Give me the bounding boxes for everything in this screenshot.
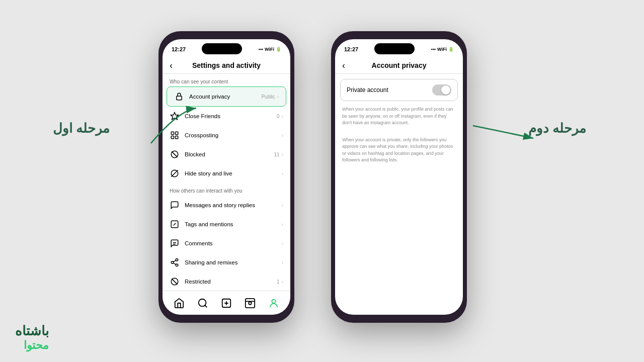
menu-item-hide-story[interactable]: Hide story and live › xyxy=(163,164,290,183)
status-icons-2: ▪▪▪ WiFi 🔋 xyxy=(431,47,454,52)
block-icon xyxy=(170,149,180,159)
message-icon xyxy=(170,200,180,210)
battery-icon-2: 🔋 xyxy=(448,47,454,52)
chevron-icon-3: › xyxy=(282,133,283,138)
svg-rect-2 xyxy=(171,132,174,134)
svg-line-17 xyxy=(173,260,176,262)
menu-item-close-friends[interactable]: Close Friends 0 › xyxy=(163,107,290,126)
chevron-icon: › xyxy=(277,94,279,100)
toggle-label: Private account xyxy=(347,86,388,94)
comments-label: Comments xyxy=(185,240,282,246)
menu-item-tags[interactable]: Tags and mentions › xyxy=(163,215,290,234)
svg-line-16 xyxy=(173,263,176,264)
comment-icon xyxy=(170,238,180,248)
crossposting-label: Crossposting xyxy=(185,132,282,138)
account-privacy-label: Account privacy xyxy=(189,94,261,100)
tag-icon xyxy=(170,219,180,229)
hide-icon xyxy=(170,168,180,178)
chevron-icon-8: › xyxy=(282,241,283,246)
private-toggle[interactable] xyxy=(432,84,451,96)
menu-item-blocked[interactable]: Blocked 11 › xyxy=(163,145,290,164)
hide-story-right: › xyxy=(282,171,283,176)
arrows-overlay xyxy=(0,0,644,362)
nav-search[interactable] xyxy=(196,296,210,310)
app-header-1: ‹ Settings and activity xyxy=(163,57,290,74)
phone-2: 12:27 ▪▪▪ WiFi 🔋 ‹ Account privacy Priva… xyxy=(331,31,467,323)
nav-home[interactable] xyxy=(172,296,186,310)
account-privacy-right: Public › xyxy=(261,94,279,100)
phone-1-screen: 12:27 ▪▪▪ WiFi 🔋 ‹ Settings and activity… xyxy=(163,39,290,315)
crossposting-right: › xyxy=(282,133,283,138)
menu-item-account-privacy[interactable]: Account privacy Public › xyxy=(167,86,286,107)
toggle-knob xyxy=(441,85,450,95)
blocked-right: 11 › xyxy=(274,152,283,157)
time-2: 12:27 xyxy=(344,46,358,52)
close-friends-count: 0 xyxy=(277,114,280,119)
section-label-1: Who can see your content xyxy=(163,74,290,86)
close-friends-label: Close Friends xyxy=(185,113,277,119)
account-privacy-value: Public xyxy=(261,94,275,100)
step1-label: مرحله اول xyxy=(53,121,110,136)
menu-item-restricted[interactable]: Restricted 1 › xyxy=(163,272,290,291)
nav-reels[interactable] xyxy=(243,296,257,310)
svg-rect-4 xyxy=(171,136,174,139)
tags-right: › xyxy=(282,222,283,227)
blocked-label: Blocked xyxy=(185,151,274,157)
chevron-icon-10: › xyxy=(282,279,283,285)
menu-item-messages[interactable]: Messages and story replies › xyxy=(163,196,290,215)
chevron-icon-2: › xyxy=(282,114,283,119)
chevron-icon-9: › xyxy=(282,260,283,265)
hide-story-label: Hide story and live xyxy=(185,170,282,176)
battery-icon: 🔋 xyxy=(276,47,281,52)
menu-item-sharing[interactable]: Sharing and remixes › xyxy=(163,253,290,272)
nav-add[interactable] xyxy=(219,296,233,310)
section-label-2: How others can interact with you xyxy=(163,183,290,196)
logo-line1: باشتاه xyxy=(15,323,49,339)
lock-icon xyxy=(174,92,184,102)
back-button-2[interactable]: ‹ xyxy=(342,60,345,71)
svg-point-13 xyxy=(176,259,178,261)
svg-point-14 xyxy=(171,261,174,264)
svg-line-19 xyxy=(172,279,177,284)
logo-area: باشتاه محتوا xyxy=(15,323,49,352)
header-title-1: Settings and activity xyxy=(192,61,261,69)
status-bar-1: 12:27 ▪▪▪ WiFi 🔋 xyxy=(163,39,290,57)
sharing-right: › xyxy=(282,260,283,265)
comments-right: › xyxy=(282,241,283,246)
private-account-row[interactable]: Private account xyxy=(340,79,458,101)
signal-icon-2: ▪▪▪ xyxy=(431,47,436,52)
menu-item-crossposting[interactable]: Crossposting › xyxy=(163,126,290,145)
svg-rect-26 xyxy=(246,298,255,307)
share-icon xyxy=(170,257,180,267)
dynamic-island-2 xyxy=(374,43,415,54)
signal-icon: ▪▪▪ xyxy=(258,47,263,52)
status-icons-1: ▪▪▪ WiFi 🔋 xyxy=(258,47,281,52)
sharing-label: Sharing and remixes xyxy=(185,259,282,265)
chevron-icon-5: › xyxy=(282,171,283,176)
privacy-desc-private: When your account is private, only the f… xyxy=(335,132,463,169)
svg-marker-1 xyxy=(171,113,179,120)
wifi-icon: WiFi xyxy=(265,47,274,52)
chevron-icon-6: › xyxy=(282,203,283,208)
restricted-right: 1 › xyxy=(277,279,283,285)
phone-2-screen: 12:27 ▪▪▪ WiFi 🔋 ‹ Account privacy Priva… xyxy=(335,39,463,315)
close-friends-right: 0 › xyxy=(277,114,283,119)
step2-label: مرحله دوم xyxy=(528,121,586,136)
star-icon xyxy=(170,111,180,121)
restricted-count: 1 xyxy=(277,279,280,285)
privacy-desc-public: When your account is public, your profil… xyxy=(335,101,463,132)
messages-right: › xyxy=(282,203,283,208)
header-title-2: Account privacy xyxy=(372,61,427,69)
time-1: 12:27 xyxy=(172,46,186,52)
nav-profile[interactable] xyxy=(267,296,281,310)
svg-point-29 xyxy=(272,299,275,303)
logo-line2: محتوا xyxy=(15,339,49,352)
menu-item-comments[interactable]: Comments › xyxy=(163,234,290,253)
chevron-icon-4: › xyxy=(282,152,283,157)
svg-rect-3 xyxy=(176,132,178,134)
back-button-1[interactable]: ‹ xyxy=(170,60,173,71)
chevron-icon-7: › xyxy=(282,222,283,227)
phone-1: 12:27 ▪▪▪ WiFi 🔋 ‹ Settings and activity… xyxy=(158,31,294,323)
grid-icon xyxy=(170,130,180,140)
app-header-2: ‹ Account privacy xyxy=(335,57,463,74)
